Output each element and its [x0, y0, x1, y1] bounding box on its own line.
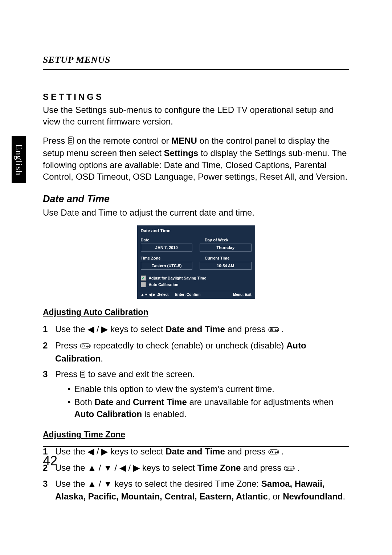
text: are unavailable for adjustments when: [187, 397, 334, 407]
date-time-heading: Date and Time: [43, 193, 349, 205]
enter-icon: [268, 324, 279, 336]
osd-dow-field: Thursday: [200, 244, 252, 252]
text: .: [343, 491, 346, 501]
checkbox-empty-icon: ✓: [141, 282, 146, 287]
right-triangle-icon: ▶: [133, 463, 140, 473]
down-triangle-icon: ▼: [103, 479, 112, 489]
tz-heading: Adjusting Time Zone: [43, 430, 349, 440]
num: 1: [43, 323, 50, 336]
text: Use the: [55, 324, 87, 334]
menu-icon: [68, 136, 74, 147]
list-item: 3 Use the ▲ / ▼ keys to select the desir…: [43, 478, 349, 503]
enter-icon: [80, 340, 91, 353]
enter-icon: [268, 446, 279, 459]
bold-menu: MENU: [171, 136, 197, 146]
text: and press: [243, 463, 284, 473]
osd-ct-label: Current Time: [200, 256, 252, 262]
text: .: [281, 324, 284, 334]
text: and press: [227, 324, 268, 334]
text: Press: [55, 369, 80, 379]
bullet-icon: •: [68, 396, 70, 420]
osd-tz-field[interactable]: Eastern (UTC-5): [141, 262, 193, 270]
text: .: [297, 463, 300, 473]
num: 3: [43, 368, 50, 421]
text: Press: [55, 340, 80, 350]
bullet-item: • Enable this option to view the system'…: [68, 383, 349, 395]
text: Use the: [55, 479, 87, 489]
left-triangle-icon: ◀: [87, 324, 94, 334]
bold: Current Time: [133, 397, 187, 407]
osd-title: Date and Time: [137, 225, 255, 238]
list-item: 2 Press repeatedly to check (enable) or …: [43, 339, 349, 366]
text: .: [281, 446, 284, 456]
text: .: [101, 354, 103, 363]
down-triangle-icon: ▼: [103, 463, 112, 473]
date-time-intro: Use Date and Time to adjust the current …: [43, 207, 349, 219]
osd-auto-label: Auto Calibration: [149, 282, 179, 287]
left-triangle-icon: ◀: [87, 446, 94, 456]
right-triangle-icon: ▶: [101, 324, 108, 334]
list-item: 3 Press to save and exit the screen. • E…: [43, 368, 349, 421]
language-tab: English: [12, 136, 26, 183]
text: /: [96, 479, 103, 489]
bold: Date and Time: [166, 324, 225, 334]
osd-ct-field: 10:54 AM: [200, 262, 252, 270]
settings-para2: Press on the remote control or MENU on t…: [43, 135, 349, 183]
bold: Auto Calibration: [74, 409, 142, 419]
text: Use the: [55, 463, 87, 473]
osd-auto-row[interactable]: ✓ Auto Calibration: [141, 281, 252, 288]
osd-footer: ▲▼ ◀ ▶ :Select Enter: Confirm Menu: Exit: [137, 291, 255, 299]
bold-settings: Settings: [164, 148, 199, 158]
text: Both: [74, 397, 94, 407]
text: Enable this option to view the system's …: [74, 383, 274, 395]
osd-footer-confirm: Enter: Confirm: [175, 293, 200, 297]
autocal-list: 1 Use the ◀ / ▶ keys to select Date and …: [43, 323, 349, 421]
osd-date-field[interactable]: JAN 7, 2010: [141, 244, 193, 252]
osd-date-label: Date: [141, 238, 193, 244]
text: to save and exit the screen.: [88, 369, 195, 379]
list-item: 1 Use the ◀ / ▶ keys to select Date and …: [43, 323, 349, 336]
footer-rule: [43, 446, 349, 447]
svg-point-16: [271, 452, 272, 452]
osd-body: Date JAN 7, 2010 Day of Week Thursday Ti…: [137, 238, 255, 291]
right-triangle-icon: ▶: [101, 446, 108, 456]
text: and press: [227, 446, 268, 456]
bullet-icon: •: [68, 383, 70, 395]
text: on the remote control or: [77, 136, 171, 146]
list-item: 2 Use the ▲ / ▼ / ◀ / ▶ keys to select T…: [43, 462, 349, 475]
num: 2: [43, 339, 50, 366]
bold: Date: [94, 397, 113, 407]
autocal-heading: Adjusting Auto Calibration: [43, 307, 349, 317]
svg-point-6: [271, 329, 272, 330]
text: is enabled.: [142, 409, 187, 419]
bullet-item: • Both Date and Current Time are unavail…: [68, 396, 349, 420]
text: /: [126, 463, 133, 473]
osd-panel: Date and Time Date JAN 7, 2010 Day of We…: [137, 225, 255, 299]
text: Press: [43, 136, 68, 146]
text: /: [94, 324, 101, 334]
bold: Date and Time: [166, 446, 225, 456]
text: keys to select the desired Time Zone:: [115, 479, 261, 489]
checkbox-checked-icon: ✓: [141, 276, 146, 281]
svg-point-9: [83, 346, 83, 346]
page-number: 42: [43, 453, 57, 469]
menu-icon: [80, 369, 86, 381]
text: /: [112, 463, 119, 473]
tz-list: 1 Use the ◀ / ▶ keys to select Date and …: [43, 445, 349, 503]
svg-point-19: [287, 468, 287, 469]
text: and: [113, 397, 132, 407]
page-header: SETUP MENUS: [43, 54, 349, 65]
header-rule: [43, 69, 349, 70]
osd-footer-select: ▲▼ ◀ ▶ :Select: [141, 293, 169, 297]
text: repeatedly to check (enable) or uncheck …: [93, 340, 286, 350]
osd-dst-row[interactable]: ✓ Adjust for Daylight Saving Time: [141, 275, 252, 281]
page: English SETUP MENUS SETTINGS Use the Set…: [0, 0, 392, 555]
list-item: 1 Use the ◀ / ▶ keys to select Date and …: [43, 445, 349, 459]
settings-heading: SETTINGS: [43, 92, 349, 102]
settings-para1: Use the Settings sub-menus to configure …: [43, 104, 349, 128]
enter-icon: [284, 462, 295, 475]
text: keys to select: [142, 463, 197, 473]
bold: Time Zone: [197, 463, 241, 473]
osd-footer-exit: Menu: Exit: [233, 293, 252, 297]
text: Use the: [55, 446, 87, 456]
